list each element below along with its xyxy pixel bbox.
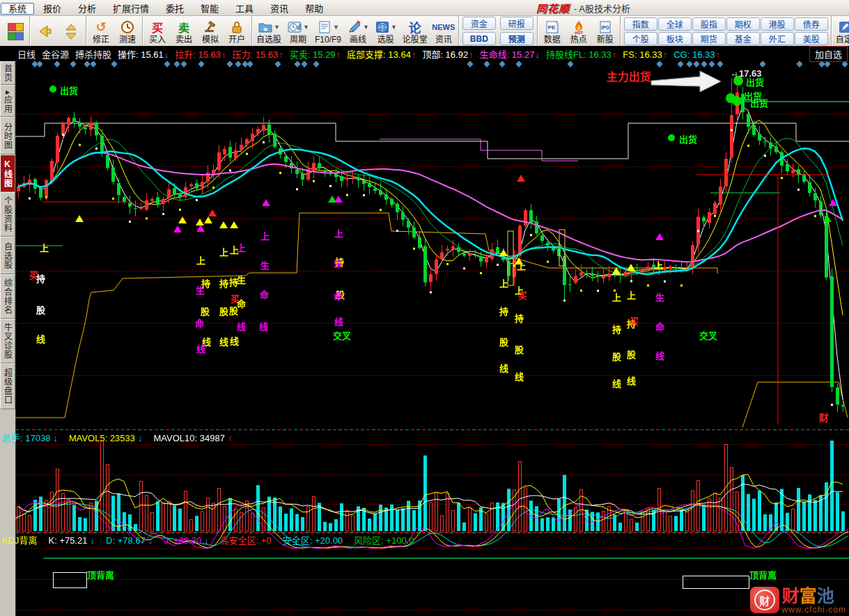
market-button-美股[interactable]: 美股 (795, 32, 828, 45)
document-icon (317, 19, 332, 35)
chevron-down-icon[interactable]: ▼ (303, 24, 309, 31)
toolbar-button-simulate[interactable]: 模拟 (197, 16, 224, 46)
market-button-个股[interactable]: 个股 (624, 32, 657, 45)
sidebar-tab-ranking[interactable]: 综合排名 (0, 274, 15, 319)
market-button-期货[interactable]: 期货 (692, 32, 726, 45)
toolbar-button-预测[interactable]: 预测 (500, 32, 533, 45)
svg-text:★: ★ (263, 25, 268, 32)
window-title: 同花顺 - A股技术分析 (536, 1, 630, 15)
menu-quotes[interactable]: 报价 (36, 3, 69, 15)
toolbar-group-trade: 买买入卖卖出模拟开户 (143, 16, 252, 46)
status-segment-3: 操作: 15.61↓ (118, 49, 169, 60)
menu-smart[interactable]: 智能 (193, 3, 226, 15)
menu-bar: 系统报价分析扩展行情委托智能工具资讯帮助 同花顺 - A股技术分析 (0, 0, 849, 16)
status-segment-9: 生命线: 15.27↓ (480, 49, 540, 60)
ipo-doc-icon: IPO (598, 19, 613, 35)
toolbar-button-period[interactable]: ▼周期 (284, 16, 312, 46)
status-segment-12: CG: 16.33↑ (673, 49, 720, 60)
customize-icon (837, 19, 849, 35)
toolbar-button-data[interactable]: PE数据 (539, 16, 566, 46)
toolbar-group-data: PE数据HOT热点IPO新股 (538, 16, 621, 46)
toolbar-button-hot[interactable]: HOT热点 (566, 16, 592, 46)
menu-system[interactable]: 系统 (1, 3, 34, 15)
play-icon: ▶ (5, 89, 11, 95)
market-button-板块[interactable]: 板块 (658, 32, 692, 45)
status-segment-0: 日线 (17, 49, 36, 60)
svg-text:IPO: IPO (601, 24, 609, 29)
toolbar-button-repair[interactable]: ↺修正 (88, 16, 114, 46)
chevron-down-icon[interactable]: ▼ (363, 24, 369, 31)
menu-trading[interactable]: 委托 (158, 3, 192, 15)
left-tab-sidebar: 首页▶应用分时图K线图个股资料自选股综合排名牛叉诊股超级盘口 (0, 61, 15, 616)
market-button-股指[interactable]: 股指 (692, 17, 726, 31)
market-button-债券[interactable]: 债券 (795, 17, 828, 31)
toolbar-button-buy[interactable]: 买买入 (144, 16, 171, 46)
cfchi-logo-icon: 财 (750, 587, 779, 613)
toolbar-button-ipo[interactable]: IPO新股 (592, 16, 618, 46)
sidebar-tab-stock-info[interactable]: 个股资料 (0, 192, 15, 237)
toolbar-button-资金[interactable]: 资金 (462, 17, 496, 30)
market-button-全球[interactable]: 全球 (658, 17, 692, 31)
market-button-外汇[interactable]: 外汇 (761, 32, 794, 45)
toolbar-button-back[interactable] (31, 16, 58, 46)
add-to-watchlist-button[interactable]: 加自选 (809, 46, 848, 62)
status-segment-4: 拉升: 15.63↑ (175, 49, 226, 60)
indicator-status-bar: 日线金谷源搏杀持股操作: 15.61↓拉升: 15.63↑压力: 15.63↑买… (0, 46, 849, 61)
cfchi-watermark: 财 财富池 www.cfchi.com (750, 587, 846, 615)
status-segment-1: 金谷源 (42, 49, 69, 60)
toolbar-button-forum[interactable]: 论论股堂 (400, 16, 430, 46)
toolbar-button-sell[interactable]: 卖卖出 (171, 16, 197, 46)
kline-chart-canvas[interactable] (15, 61, 849, 616)
gavel-icon (203, 19, 218, 35)
cfchi-url: www.cfchi.com (782, 605, 846, 615)
toolbar-button-customize[interactable]: ▼自定义 (833, 16, 849, 46)
status-segment-2: 搏杀持股 (75, 49, 111, 60)
toolbar-button-f10-f9[interactable]: ▼F10/F9 (312, 16, 344, 46)
menu-news[interactable]: 资讯 (263, 3, 296, 15)
lock-icon (229, 19, 244, 35)
cfchi-logo-text: 财富池 (782, 587, 846, 605)
toolbar-button-BBD[interactable]: BBD (462, 32, 496, 45)
menu-tools[interactable]: 工具 (228, 3, 261, 15)
sidebar-tab-diagnose[interactable]: 牛叉诊股 (0, 319, 15, 363)
sidebar-tab-home[interactable]: 首页 (0, 61, 15, 85)
svg-text:HOT: HOT (575, 31, 583, 35)
toolbar-button-page-up-down[interactable] (58, 16, 84, 46)
toolbar-button-news-info[interactable]: NEWS资讯 (430, 16, 457, 46)
market-button-指数[interactable]: 指数 (624, 17, 657, 31)
sidebar-tab-watchlist[interactable]: 自选股 (0, 237, 15, 274)
toolbar-group-window (0, 16, 30, 46)
status-segment-10: 持股线FL: 16.33↑ (546, 49, 616, 60)
buy-char-icon: 买 (150, 19, 165, 35)
window-colors-icon (8, 23, 22, 40)
chevron-down-icon[interactable]: ▼ (333, 24, 339, 31)
toolbar-button-stock-picker[interactable]: ▼选股 (372, 16, 400, 46)
market-button-基金[interactable]: 基金 (726, 32, 760, 45)
toolbar-button-open-account[interactable]: 开户 (224, 16, 250, 46)
tonghuashun-app-window: { "window": { "brand": "同花顺", "title_suf… (0, 0, 849, 616)
toolbar-button-研报[interactable]: 研报 (500, 17, 533, 30)
sidebar-tab-kline[interactable]: K线图 (0, 155, 15, 192)
stock-picker-radar-icon (375, 19, 390, 35)
menu-analysis[interactable]: 分析 (70, 3, 104, 15)
toolbar-button-window-layout[interactable] (1, 16, 28, 46)
toolbar-button-watchlist[interactable]: ★▼自选股 (254, 16, 284, 46)
toolbar-group-pairs: 资金BBD研报预测 (459, 16, 538, 46)
market-button-期权[interactable]: 期权 (726, 17, 760, 31)
sidebar-tab-intraday[interactable]: 分时图 (0, 117, 15, 155)
sidebar-tab-apps[interactable]: ▶应用 (0, 85, 15, 117)
menu-help[interactable]: 帮助 (297, 3, 331, 15)
chevron-down-icon[interactable]: ▼ (274, 24, 280, 31)
page-arrows-icon (65, 24, 77, 40)
menu-extended-quotes[interactable]: 扩展行情 (105, 3, 157, 15)
toolbar-button-draw-line[interactable]: ▼画线 (344, 16, 372, 46)
toolbar-button-speed-test[interactable]: 测速 (114, 16, 141, 46)
sidebar-tab-super-level2[interactable]: 超级盘口 (0, 363, 15, 409)
clock-icon (120, 19, 135, 35)
toolbar-group-markets: 指数全球股指期权港股债券个股板块期货基金外汇美股 (621, 16, 832, 46)
toolbar-group-custom: ▼自定义多 (832, 16, 849, 46)
toolbar-group-views: ★▼自选股▼周期▼F10/F9▼画线▼选股论论股堂NEWS资讯 (252, 16, 459, 46)
forum-lun-icon: 论 (407, 19, 423, 35)
chevron-down-icon[interactable]: ▼ (391, 24, 397, 31)
market-button-港股[interactable]: 港股 (761, 17, 794, 31)
